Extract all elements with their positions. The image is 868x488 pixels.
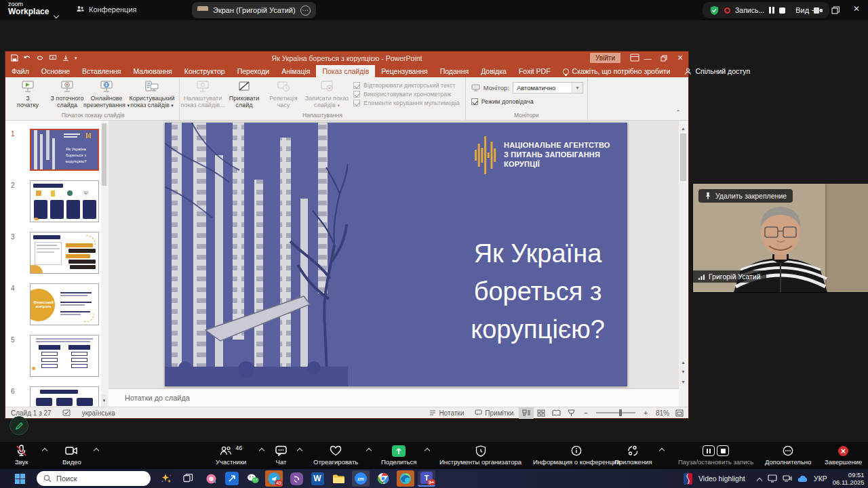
- app-icon-snipping[interactable]: [224, 471, 239, 486]
- video-button[interactable]: Видео: [62, 444, 81, 466]
- react-button[interactable]: Отреагировать: [313, 444, 358, 466]
- tab-home[interactable]: Основне: [35, 65, 76, 77]
- notes-pane[interactable]: Нотатки до слайда: [108, 388, 679, 407]
- spellcheck-icon[interactable]: [57, 409, 77, 417]
- custom-slideshow-button[interactable]: Користувацький показ слайдів ▾: [126, 78, 178, 111]
- share-caret[interactable]: [425, 447, 430, 453]
- participants-caret[interactable]: [259, 447, 264, 453]
- apps-caret[interactable]: [659, 447, 665, 453]
- tab-review[interactable]: Рецензування: [375, 65, 433, 77]
- ribbon-display-options-icon[interactable]: [630, 54, 639, 62]
- window-minimize-button[interactable]: —: [808, 5, 823, 15]
- onedrive-icon[interactable]: [797, 475, 808, 483]
- tab-insert[interactable]: Вставлення: [76, 65, 127, 77]
- slide-thumbnail-6[interactable]: [30, 386, 99, 407]
- share-screen-button[interactable]: Поделиться: [381, 444, 416, 466]
- app-icon-edge[interactable]: [397, 470, 414, 487]
- window-close-button[interactable]: ✕: [849, 4, 864, 14]
- tab-animations[interactable]: Анімація: [275, 65, 316, 77]
- setup-slideshow-button[interactable]: Налаштувати показ слайдів...: [181, 78, 224, 111]
- ppt-minimize-button[interactable]: —: [639, 52, 656, 64]
- stop-recording-icon[interactable]: [779, 7, 785, 14]
- security-shield-icon[interactable]: [709, 5, 719, 16]
- checkbox-play-narrations[interactable]: Відтворювати дикторський текст: [353, 82, 460, 89]
- pause-record-icon[interactable]: [703, 445, 715, 456]
- slide-thumbnail-4[interactable]: Фінансовий контроль: [30, 283, 99, 325]
- tab-help[interactable]: Довідка: [475, 65, 513, 77]
- monitor-dropdown[interactable]: Автоматично ▼: [513, 82, 583, 94]
- zoom-in-button[interactable]: +: [638, 409, 653, 417]
- next-slide-icon[interactable]: ▼: [679, 367, 687, 376]
- slide-thumbnail-5[interactable]: [30, 335, 99, 377]
- editor-scrollbar[interactable]: ▲ ▲ ▼ ▼: [679, 124, 687, 386]
- sign-in-button[interactable]: Увійти: [590, 53, 620, 63]
- tab-foxit[interactable]: Foxit PDF: [513, 65, 557, 77]
- tell-me-box[interactable]: Скажіть, що потрібно зробити: [557, 65, 677, 77]
- audio-options-caret[interactable]: [42, 447, 47, 453]
- scroll-down-icon[interactable]: ▼: [101, 394, 107, 407]
- collapse-ribbon-icon[interactable]: ⌃: [673, 109, 683, 117]
- app-icon-telegram[interactable]: 49: [265, 470, 283, 487]
- scroll-up-icon[interactable]: ▲: [679, 124, 687, 133]
- meeting-info-button[interactable]: Информация о конференции: [533, 444, 620, 466]
- undo-icon[interactable]: [23, 54, 31, 62]
- tab-view[interactable]: Подання: [434, 65, 475, 77]
- react-caret[interactable]: [366, 447, 372, 453]
- app-icon-chrome[interactable]: [376, 471, 391, 486]
- more-button[interactable]: Дополнительно: [765, 444, 811, 466]
- stop-record-icon[interactable]: [717, 445, 729, 456]
- checkbox-use-timings[interactable]: Використовувати хронометраж: [353, 91, 460, 98]
- thumbnail-scrollbar[interactable]: ▼: [101, 121, 107, 407]
- tab-transitions[interactable]: Переходи: [231, 65, 276, 77]
- slide-canvas[interactable]: НАЦІОНАЛЬНЕ АГЕНТСТВО З ПИТАНЬ ЗАПОБІГАН…: [165, 123, 627, 386]
- app-icon-teams[interactable]: T 9+: [418, 470, 435, 487]
- zoom-out-button[interactable]: −: [578, 409, 593, 417]
- task-view-icon[interactable]: [180, 471, 195, 486]
- ppt-close-button[interactable]: ✕: [672, 52, 688, 64]
- audio-button[interactable]: Звук: [15, 444, 28, 466]
- view-label[interactable]: Вид: [795, 6, 809, 14]
- chat-button[interactable]: Чат: [275, 444, 287, 466]
- zoom-slider[interactable]: [596, 412, 635, 413]
- checkbox-presenter-mode[interactable]: Режим доповідача: [471, 98, 534, 105]
- scrollbar-thumb[interactable]: [102, 123, 106, 186]
- start-button[interactable]: [12, 471, 27, 486]
- tab-meeting[interactable]: Конференция: [76, 5, 136, 14]
- save-icon[interactable]: [11, 54, 18, 62]
- record-slideshow-button[interactable]: Записати показ слайдів ▾: [303, 78, 351, 111]
- tab-file[interactable]: Файл: [5, 65, 35, 77]
- notes-toggle[interactable]: Нотатки: [424, 409, 469, 417]
- reading-view-button[interactable]: [549, 407, 564, 419]
- tab-draw[interactable]: Малювання: [127, 65, 178, 77]
- scrollbar-thumb[interactable]: [680, 134, 686, 181]
- app-icon-viber[interactable]: [289, 471, 304, 486]
- hide-slide-button[interactable]: Приховати слайд: [224, 78, 264, 111]
- rehearse-timings-button[interactable]: Репетиція часу: [264, 78, 303, 111]
- tab-design[interactable]: Конструктор: [178, 65, 231, 77]
- remove-pin-button[interactable]: Удалить закрепление: [698, 189, 793, 203]
- device-icon[interactable]: [768, 474, 777, 483]
- zoom-slider-thumb[interactable]: [619, 409, 622, 416]
- window-maximize-button[interactable]: [831, 6, 840, 14]
- host-tools-button[interactable]: Инструменты организатора: [439, 444, 521, 466]
- slide-sorter-view-button[interactable]: [534, 407, 549, 419]
- hidden-icons-chevron[interactable]: [757, 477, 762, 483]
- slide-thumbnail-2[interactable]: Ψ: [30, 180, 99, 222]
- annotation-pencil-button[interactable]: [9, 416, 28, 435]
- network-icon[interactable]: [783, 474, 792, 483]
- tray-app[interactable]: Video highlight: [684, 469, 745, 488]
- from-beginning-button[interactable]: З початку: [8, 78, 47, 111]
- slideshow-icon[interactable]: [49, 54, 57, 62]
- previous-slide-icon[interactable]: ▲: [679, 358, 687, 367]
- app-icon-file-explorer[interactable]: [331, 471, 346, 486]
- scroll-down-icon[interactable]: ▼: [679, 378, 687, 386]
- slide-thumbnail-1[interactable]: Як Україна бореться з корупцією?: [30, 129, 99, 171]
- redo-icon[interactable]: [36, 54, 44, 62]
- zoom-percentage[interactable]: 81%: [653, 409, 672, 417]
- fit-to-window-button[interactable]: [672, 407, 687, 419]
- qat-customize-icon[interactable]: ▾: [75, 56, 77, 61]
- taskbar-search[interactable]: Поиск: [37, 471, 151, 486]
- pause-recording-icon[interactable]: [769, 7, 774, 14]
- present-online-button[interactable]: Онлайнове презентування ▾: [87, 78, 126, 111]
- app-icon-zoom[interactable]: zm: [352, 470, 370, 487]
